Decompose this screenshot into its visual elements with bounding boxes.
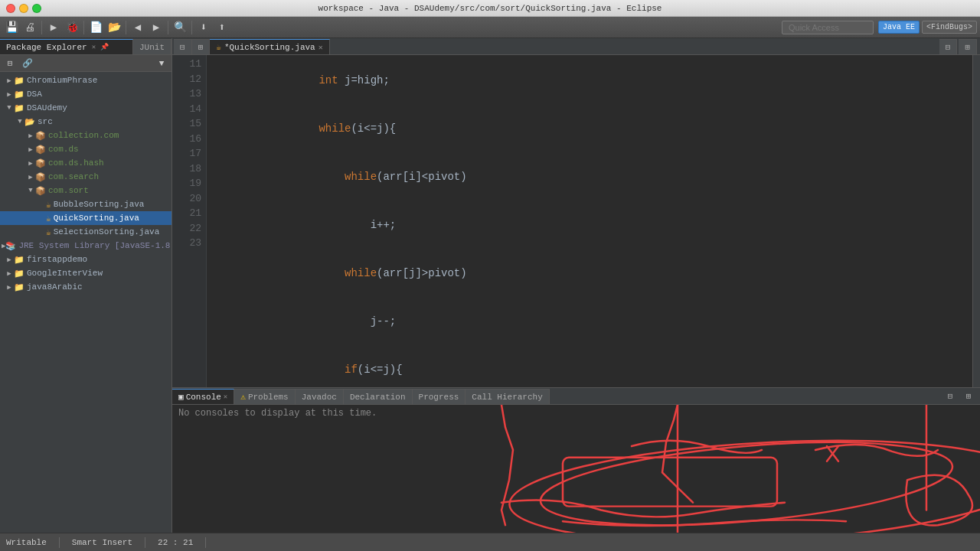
declaration-tab-label: Declaration [350, 393, 406, 402]
console-panel: ▣ Console ✕ ⚠ Problems Javadoc Declarati… [172, 387, 980, 533]
console-tab-close[interactable]: ✕ [224, 393, 227, 401]
minimize-editor-icon[interactable]: ⊟ [939, 39, 958, 54]
tree-item-jre[interactable]: ▶ 📚 JRE System Library [JavaSE-1.8] [0, 239, 172, 253]
maximize-left-icon[interactable]: ⊞ [192, 39, 211, 54]
dsa-label: DSA [27, 90, 42, 99]
open-icon[interactable]: 📂 [106, 19, 122, 36]
run-icon[interactable]: ▶ [45, 19, 62, 36]
eclipse-window: workspace - Java - DSAUdemy/src/com/sort… [0, 0, 980, 551]
new-icon[interactable]: 📄 [87, 19, 104, 36]
search-icon[interactable]: 🔍 [172, 19, 188, 36]
dsaudemy-label: DSAUdemy [27, 103, 67, 112]
console-tab-progress[interactable]: Progress [413, 389, 466, 404]
minimize-button[interactable] [19, 4, 28, 13]
toolbar-sep-4 [168, 21, 168, 34]
collapse-all-icon[interactable]: ⊟ [2, 55, 18, 72]
close-button[interactable] [6, 4, 15, 13]
save-icon[interactable]: 💾 [3, 19, 20, 36]
prev-annotation-icon[interactable]: ⬆ [214, 19, 230, 36]
next-annotation-icon[interactable]: ⬇ [195, 19, 212, 36]
tree-item-googleview[interactable]: ▶ 📁 GoogleInterView [0, 266, 172, 280]
package-explorer-panel: ⊟ 🔗 ▼ ▶ 📁 ChromiumPhrase ▶ 📁 DSA [0, 55, 172, 533]
console-tab-callhierarchy[interactable]: Call Hierarchy [466, 389, 549, 404]
tree-item-quick[interactable]: ☕ QuickSorting.java [0, 211, 172, 225]
svg-point-0 [537, 429, 956, 533]
console-minimize-icon[interactable]: ⊟ [942, 387, 959, 404]
tree-item-collection[interactable]: ▶ 📦 collection.com [0, 129, 172, 142]
console-tab-console[interactable]: ▣ Console ✕ [172, 389, 234, 404]
link-editor-icon[interactable]: 🔗 [19, 55, 36, 72]
console-tab-problems[interactable]: ⚠ Problems [234, 389, 295, 404]
code-line-15: while(arr[j]>pivot) [216, 249, 972, 298]
tree-item-src[interactable]: ▼ 📂 src [0, 115, 172, 129]
collection-label: collection.com [48, 131, 119, 140]
svg-rect-1 [563, 458, 777, 507]
tree-item-comds-hash[interactable]: ▶ 📦 com.ds.hash [0, 156, 172, 170]
svg-line-4 [827, 446, 838, 461]
tree-item-comsearch[interactable]: ▶ 📦 com.search [0, 170, 172, 184]
console-tab-javadoc[interactable]: Javadoc [296, 389, 344, 404]
maximize-button[interactable] [32, 4, 41, 13]
status-sep-1 [59, 537, 60, 548]
firstapp-arrow: ▶ [5, 256, 14, 264]
firstapp-label: firstappdemo [27, 255, 87, 264]
maximize-editor-icon[interactable]: ⊞ [959, 39, 977, 54]
forward-icon[interactable]: ▶ [148, 19, 165, 36]
print-icon[interactable]: 🖨 [21, 19, 38, 36]
quicksorting-tab[interactable]: ☕ *QuickSorting.java ✕ [210, 39, 329, 54]
console-tabs-bar: ▣ Console ✕ ⚠ Problems Javadoc Declarati… [172, 388, 980, 405]
src-label: src [38, 117, 53, 126]
toolbar-sep-2 [83, 21, 84, 34]
line-numbers: 11 12 13 14 15 16 17 18 19 20 21 22 23 [172, 55, 207, 387]
debug-icon[interactable]: 🐞 [64, 19, 80, 36]
googleview-arrow: ▶ [5, 269, 14, 278]
tree-item-dsaudemy[interactable]: ▼ 📁 DSAUdemy [0, 101, 172, 115]
bubble-java-icon: ☕ [46, 200, 51, 210]
jre-lib-icon: 📚 [5, 241, 16, 251]
comsearch-label: com.search [48, 172, 99, 181]
package-explorer-tab-icon: ✕ [92, 43, 96, 51]
console-tab-label: Console [186, 393, 221, 402]
console-tab-declaration[interactable]: Declaration [344, 389, 413, 404]
selection-label: SelectionSorting.java [54, 227, 160, 236]
editor-scrollbar[interactable] [972, 55, 980, 387]
view-menu-icon[interactable]: ▼ [153, 55, 170, 72]
find-bugs-perspective[interactable]: <FindBugs> [922, 21, 977, 34]
perspective-buttons: Java EE <FindBugs> [878, 21, 977, 34]
junit-tab[interactable]: JUnit [133, 39, 172, 54]
quick-label: QuickSorting.java [54, 214, 139, 223]
comds-package-icon: 📦 [35, 145, 46, 155]
quicksorting-tab-close[interactable]: ✕ [318, 43, 323, 52]
java8arabic-label: java8Arabic [27, 282, 83, 292]
package-explorer-tab[interactable]: Package Explorer ✕ 📌 [0, 39, 133, 54]
code-line-16: j--; [216, 298, 972, 346]
tree-item-comds[interactable]: ▶ 📦 com.ds [0, 142, 172, 156]
editor-area: 11 12 13 14 15 16 17 18 19 20 21 22 23 [172, 55, 980, 533]
java-ee-perspective[interactable]: Java EE [878, 21, 920, 34]
problems-tab-label: Problems [248, 393, 289, 402]
tree-item-comsort[interactable]: ▼ 📦 com.sort [0, 184, 172, 197]
tree-item-chromium[interactable]: ▶ 📁 ChromiumPhrase [0, 73, 172, 87]
tree-item-bubble[interactable]: ☕ BubbleSorting.java [0, 197, 172, 211]
minimize-left-icon[interactable]: ⊟ [174, 39, 192, 54]
quicksorting-tab-label: *QuickSorting.java [224, 43, 315, 52]
tree-item-dsa[interactable]: ▶ 📁 DSA [0, 87, 172, 101]
comsort-package-icon: 📦 [35, 186, 46, 196]
code-line-14: i++; [216, 201, 972, 249]
code-editor[interactable]: int j=high; while(i<=j){ while(arr[i]<pi… [207, 55, 972, 387]
package-tree: ▶ 📁 ChromiumPhrase ▶ 📁 DSA ▼ 📁 DSAUdemy [0, 72, 172, 533]
back-icon[interactable]: ◀ [129, 19, 146, 36]
code-line-11: int j=high; [216, 57, 972, 105]
src-folder-icon: 📂 [24, 117, 35, 127]
package-explorer-tab-label: Package Explorer [6, 43, 87, 52]
tree-item-selection[interactable]: ☕ SelectionSorting.java [0, 225, 172, 239]
code-line-12: while(i<=j){ [216, 105, 972, 153]
console-maximize-icon[interactable]: ⊞ [960, 387, 977, 404]
javadoc-tab-label: Javadoc [302, 393, 337, 402]
tree-item-java8arabic[interactable]: ▶ 📁 java8Arabic [0, 280, 172, 294]
code-container[interactable]: 11 12 13 14 15 16 17 18 19 20 21 22 23 [172, 55, 980, 387]
collection-arrow: ▶ [26, 132, 35, 140]
callhierarchy-tab-label: Call Hierarchy [472, 393, 542, 402]
tree-item-firstapp[interactable]: ▶ 📁 firstappdemo [0, 253, 172, 266]
quick-access-input[interactable] [782, 21, 874, 34]
